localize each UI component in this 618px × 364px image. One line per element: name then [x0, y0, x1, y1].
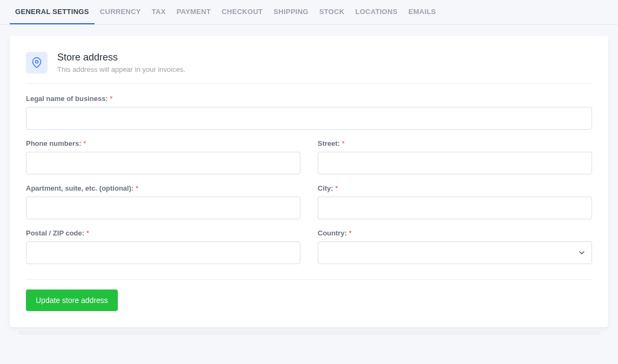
card-header: Store address This address will appear i…: [26, 52, 592, 84]
input-street[interactable]: [318, 152, 592, 174]
field-legal-name: Legal name of business: *: [26, 95, 592, 130]
required-mark: *: [83, 139, 86, 147]
update-store-address-button[interactable]: Update store address: [26, 289, 118, 311]
field-street: Street: *: [318, 139, 592, 174]
label-street: Street: *: [318, 139, 592, 147]
input-legal-name[interactable]: [26, 107, 592, 130]
svg-point-0: [36, 60, 38, 63]
label-phone: Phone numbers: *: [26, 139, 300, 147]
section-title: Store address: [57, 52, 185, 63]
input-city[interactable]: [318, 197, 592, 219]
card-footer: Update store address: [26, 279, 592, 311]
input-phone[interactable]: [26, 152, 300, 174]
label-country: Country: *: [318, 229, 592, 237]
tab-locations[interactable]: LOCATIONS: [350, 0, 403, 24]
label-postal: Postal / ZIP code: *: [26, 229, 300, 237]
tab-checkout[interactable]: CHECKOUT: [216, 0, 268, 24]
tab-general-settings[interactable]: GENERAL SETTINGS: [10, 0, 95, 24]
tab-tax[interactable]: TAX: [146, 0, 171, 24]
tab-shipping[interactable]: SHIPPING: [268, 0, 314, 24]
stacked-card-shadow: [17, 331, 601, 335]
required-mark: *: [86, 229, 89, 237]
select-country[interactable]: [318, 241, 592, 264]
required-mark: *: [136, 184, 138, 192]
location-pin-icon: [26, 52, 48, 73]
input-postal[interactable]: [26, 241, 300, 264]
label-apartment: Apartment, suite, etc. (optional): *: [26, 184, 300, 192]
tab-currency[interactable]: CURRENCY: [95, 0, 146, 24]
required-mark: *: [349, 229, 352, 237]
field-phone: Phone numbers: *: [26, 139, 300, 174]
header-text: Store address This address will appear i…: [57, 52, 185, 73]
required-mark: *: [110, 95, 112, 103]
required-mark: *: [342, 139, 345, 147]
label-city: City: *: [318, 184, 592, 192]
settings-tabs: GENERAL SETTINGS CURRENCY TAX PAYMENT CH…: [0, 0, 618, 25]
field-postal: Postal / ZIP code: *: [26, 229, 300, 264]
tab-payment[interactable]: PAYMENT: [171, 0, 217, 24]
field-city: City: *: [318, 184, 592, 219]
input-apartment[interactable]: [26, 197, 300, 219]
field-apartment: Apartment, suite, etc. (optional): *: [26, 184, 300, 219]
tab-emails[interactable]: EMAILS: [403, 0, 441, 24]
field-country: Country: *: [318, 229, 592, 264]
section-subtitle: This address will appear in your invoice…: [57, 65, 185, 73]
required-mark: *: [335, 184, 338, 192]
tab-stock[interactable]: STOCK: [314, 0, 350, 24]
store-address-card: Store address This address will appear i…: [10, 36, 608, 327]
label-legal-name: Legal name of business: *: [26, 95, 592, 103]
